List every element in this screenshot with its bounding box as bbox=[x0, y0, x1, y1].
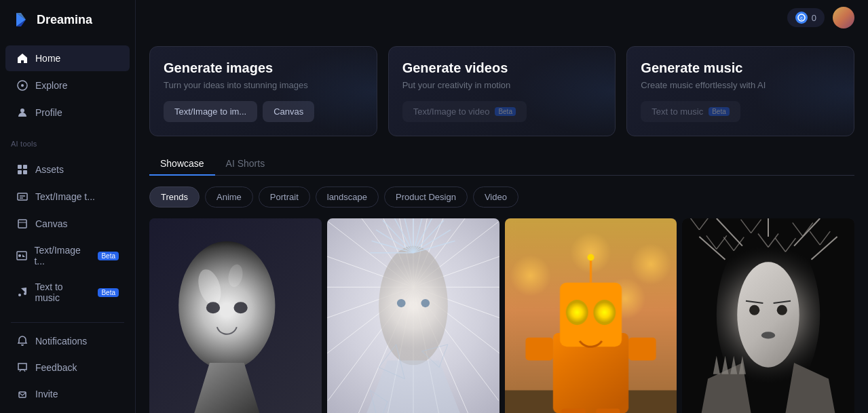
canvas-button[interactable]: Canvas bbox=[263, 101, 314, 122]
filter-landscape[interactable]: landscape bbox=[316, 186, 379, 208]
sidebar-item-label: Text/Image t... bbox=[35, 191, 95, 202]
sidebar-bottom: Notifications Feedback Invite bbox=[0, 317, 135, 413]
user-avatar[interactable] bbox=[833, 7, 854, 28]
sidebar-item-label: Profile bbox=[35, 107, 62, 118]
svg-rect-8 bbox=[18, 170, 22, 174]
image-cell-2[interactable] bbox=[327, 218, 499, 413]
sidebar-item-text-image[interactable]: Text/Image t... bbox=[5, 184, 130, 210]
sidebar-item-label: Feedback bbox=[35, 362, 77, 373]
svg-point-16 bbox=[18, 254, 21, 257]
card-buttons: Text to music Beta bbox=[641, 101, 840, 122]
text-to-music-button[interactable]: Text to music Beta bbox=[641, 101, 740, 122]
sidebar-item-notifications[interactable]: Notifications bbox=[5, 328, 130, 354]
sidebar-item-home[interactable]: Home bbox=[5, 45, 130, 71]
logo-text: Dreamina bbox=[37, 13, 92, 27]
card-title: Generate images bbox=[164, 60, 363, 76]
sidebar-item-explore[interactable]: Explore bbox=[5, 73, 130, 98]
svg-point-18 bbox=[24, 292, 26, 295]
svg-rect-9 bbox=[23, 170, 27, 174]
svg-text:c: c bbox=[800, 16, 803, 20]
image-cell-1[interactable] bbox=[149, 218, 322, 413]
sidebar-item-text-image-beta[interactable]: Text/Image t... Beta bbox=[5, 238, 130, 273]
image-chrome-head bbox=[149, 218, 322, 413]
filter-product-design[interactable]: Product Design bbox=[384, 186, 468, 208]
card-subtitle: Create music effortlessly with AI bbox=[641, 80, 840, 90]
sidebar-item-label: Text/Image t... bbox=[34, 245, 88, 267]
sidebar-item-invite[interactable]: Invite bbox=[5, 381, 130, 407]
tab-ai-shorts[interactable]: AI Shorts bbox=[215, 153, 276, 176]
image-grid bbox=[149, 218, 854, 413]
explore-icon bbox=[16, 79, 29, 92]
header: c 0 bbox=[136, 0, 868, 35]
credits-icon: c bbox=[795, 12, 808, 24]
card-title: Generate music bbox=[641, 60, 840, 76]
sidebar-item-profile[interactable]: Profile bbox=[5, 100, 130, 125]
card-subtitle: Put your creativity in motion bbox=[402, 80, 602, 90]
sidebar-item-text-to-music[interactable]: Text to music Beta bbox=[5, 275, 130, 310]
ai-tools-label: AI tools bbox=[0, 132, 135, 151]
card-title: Generate videos bbox=[402, 60, 602, 76]
home-icon bbox=[16, 52, 29, 64]
logo[interactable]: Dreamina bbox=[0, 0, 135, 39]
generate-images-card: Generate images Turn your ideas into stu… bbox=[149, 46, 377, 136]
svg-point-17 bbox=[18, 294, 21, 296]
sidebar-item-label: Home bbox=[35, 53, 60, 64]
filter-pills: Trends Anime Portrait landscape Product … bbox=[149, 186, 854, 208]
assets-icon bbox=[16, 163, 29, 176]
sidebar-divider bbox=[11, 322, 124, 323]
notifications-icon bbox=[16, 335, 29, 347]
content-area: Generate images Turn your ideas into stu… bbox=[136, 35, 868, 413]
image-cell-4[interactable] bbox=[682, 218, 854, 413]
svg-rect-10 bbox=[18, 193, 27, 200]
sidebar-item-label: Assets bbox=[35, 164, 64, 175]
feedback-icon bbox=[16, 361, 29, 374]
showcase-tabs: Showcase AI Shorts bbox=[149, 153, 854, 176]
feature-cards: Generate images Turn your ideas into stu… bbox=[149, 46, 854, 136]
card-buttons: Text/Image to video Beta bbox=[402, 101, 602, 122]
card-subtitle: Turn your ideas into stunning images bbox=[164, 80, 363, 90]
sidebar-item-label: Canvas bbox=[35, 218, 67, 229]
logo-icon bbox=[11, 9, 31, 30]
text-image-beta-icon bbox=[16, 250, 27, 262]
credits-value: 0 bbox=[812, 13, 816, 23]
svg-rect-19 bbox=[19, 392, 26, 397]
text-image-icon bbox=[16, 191, 29, 203]
image-crystal-woman bbox=[327, 218, 499, 413]
svg-rect-6 bbox=[18, 165, 22, 169]
main-nav: Home Explore Profile bbox=[0, 39, 135, 132]
beta-badge-video: Beta bbox=[495, 107, 516, 116]
filter-trends[interactable]: Trends bbox=[149, 186, 200, 208]
sidebar-item-label: Invite bbox=[35, 389, 58, 399]
filter-anime[interactable]: Anime bbox=[205, 186, 253, 208]
beta-badge-music: Beta bbox=[98, 288, 119, 297]
invite-icon bbox=[16, 388, 29, 400]
svg-rect-7 bbox=[23, 165, 27, 169]
image-dark-queen bbox=[682, 218, 854, 413]
tab-showcase[interactable]: Showcase bbox=[149, 153, 215, 176]
music-icon bbox=[16, 286, 28, 298]
filter-portrait[interactable]: Portrait bbox=[259, 186, 310, 208]
profile-icon bbox=[16, 106, 29, 119]
sidebar-item-label: Text to music bbox=[35, 281, 88, 303]
sidebar-item-label: Explore bbox=[35, 80, 67, 91]
text-image-button[interactable]: Text/Image to im... bbox=[164, 101, 257, 122]
sidebar-item-feedback[interactable]: Feedback bbox=[5, 355, 130, 380]
sidebar-item-assets[interactable]: Assets bbox=[5, 157, 130, 182]
svg-rect-13 bbox=[18, 220, 26, 228]
main-content: c 0 Generate images Turn your ideas into… bbox=[136, 0, 868, 413]
credits-button[interactable]: c 0 bbox=[787, 8, 825, 27]
filter-video[interactable]: Video bbox=[473, 186, 518, 208]
beta-badge-music-card: Beta bbox=[709, 107, 730, 116]
generate-music-card: Generate music Create music effortlessly… bbox=[626, 46, 854, 136]
svg-point-4 bbox=[21, 84, 24, 87]
card-buttons: Text/Image to im... Canvas bbox=[164, 101, 363, 122]
sidebar: Dreamina Home Explore Profile AI tools bbox=[0, 0, 136, 413]
canvas-icon bbox=[16, 218, 29, 230]
generate-videos-card: Generate videos Put your creativity in m… bbox=[388, 46, 616, 136]
image-cell-3[interactable] bbox=[505, 218, 677, 413]
beta-badge: Beta bbox=[98, 252, 119, 260]
sidebar-item-label: Notifications bbox=[35, 336, 87, 347]
text-image-to-video-button[interactable]: Text/Image to video Beta bbox=[402, 101, 527, 122]
svg-point-5 bbox=[20, 109, 24, 113]
sidebar-item-canvas[interactable]: Canvas bbox=[5, 211, 130, 237]
